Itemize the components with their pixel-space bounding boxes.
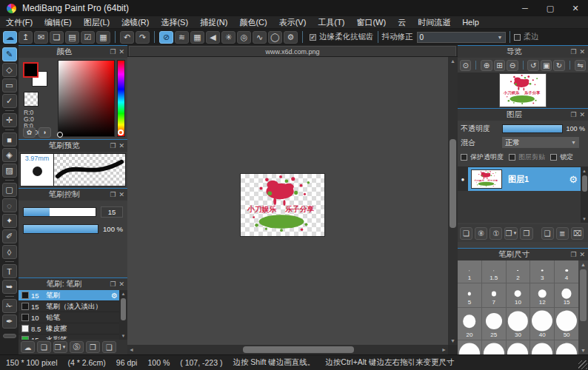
- brush-size-cell[interactable]: 4: [555, 260, 578, 283]
- soft-edge-checkbox[interactable]: [514, 34, 521, 41]
- duplicate-brush-icon[interactable]: ❑: [102, 341, 116, 353]
- canvas-vertical-scrollbar[interactable]: ▲ ▼: [448, 57, 458, 345]
- close-icon[interactable]: ✕: [118, 280, 124, 288]
- close-icon[interactable]: ✕: [118, 48, 124, 56]
- blend-mode-dropdown[interactable]: 正常▼: [502, 137, 579, 148]
- scroll-left-icon[interactable]: ◄: [127, 346, 136, 354]
- layer-option-checkbox[interactable]: [461, 154, 467, 161]
- foreground-color-swatch[interactable]: [23, 62, 39, 78]
- snap-settings-icon[interactable]: ⚙: [284, 31, 298, 44]
- brush-list-item[interactable]: 15笔刷（淡入淡出）: [19, 301, 119, 312]
- duplicate-layer-icon[interactable]: ❑: [541, 227, 554, 240]
- operation-tool[interactable]: ➥: [2, 280, 17, 294]
- navigator-thumbnail[interactable]: 小刀娱乐 乐子分享: [499, 73, 547, 107]
- brush-tool[interactable]: ✎: [2, 47, 17, 61]
- magic-wand-tool[interactable]: ✦: [2, 214, 17, 228]
- brush-size-cell[interactable]: 40: [530, 308, 554, 340]
- snap-concentric-icon[interactable]: ◎: [237, 31, 251, 44]
- add-layer-menu-icon[interactable]: ❐▼: [504, 227, 518, 240]
- brush-size-cell[interactable]: 15: [555, 283, 578, 307]
- scroll-down-icon[interactable]: ▼: [581, 215, 588, 223]
- layer-row[interactable]: ● 小刀娱乐 乐子分享 图层1 ⚙: [458, 167, 588, 191]
- brush-size-cell[interactable]: 1: [458, 260, 481, 283]
- gradient-tool[interactable]: ▨: [2, 164, 17, 178]
- zoom-out-icon[interactable]: ⊖: [507, 60, 518, 71]
- brush-list-item[interactable]: 15水彩笔: [19, 334, 119, 340]
- eraser-tool[interactable]: ◇: [2, 63, 17, 77]
- layer-visibility-toggle[interactable]: ●: [458, 167, 468, 191]
- brush-size-cell[interactable]: 5: [458, 283, 481, 307]
- select-rect-tool[interactable]: ▢: [2, 183, 17, 197]
- close-icon[interactable]: ✕: [579, 111, 585, 118]
- scroll-down-icon[interactable]: ▼: [120, 332, 127, 340]
- new-layer-icon[interactable]: ❏: [460, 227, 472, 240]
- brush-list-item[interactable]: 8.5橡皮擦: [19, 323, 119, 334]
- layer-folder-icon[interactable]: ❒: [520, 227, 532, 240]
- toolstrip-slider[interactable]: [3, 334, 16, 338]
- menu-item-8[interactable]: 工具(T): [312, 17, 350, 28]
- saturation-value-picker[interactable]: [58, 60, 115, 137]
- menu-item-10[interactable]: 云: [392, 17, 412, 28]
- reset-rotation-icon[interactable]: ▣: [541, 60, 552, 71]
- select-pen-tool[interactable]: ✐: [2, 229, 17, 243]
- snap-off-icon[interactable]: ⊘: [159, 31, 173, 44]
- move-tool[interactable]: ✛: [2, 113, 17, 127]
- scroll-up-icon[interactable]: ▲: [120, 290, 127, 297]
- snap-radial-icon[interactable]: ✳: [221, 31, 235, 44]
- brush-size-cell[interactable]: 100: [555, 340, 578, 354]
- select-lasso-tool[interactable]: ◌: [2, 198, 17, 212]
- brush-size-cell[interactable]: 2: [507, 260, 530, 283]
- scroll-down-icon[interactable]: ▼: [579, 346, 587, 354]
- brush-size-value[interactable]: 15: [101, 206, 123, 218]
- color-history-icon[interactable]: ◗: [39, 127, 51, 138]
- document-tab[interactable]: www.x6d.com.png: [129, 46, 456, 56]
- add-brush-menu-icon[interactable]: ❐▼: [53, 341, 67, 353]
- popout-icon[interactable]: ❐: [110, 48, 116, 56]
- menu-item-3[interactable]: 滤镜(R): [116, 17, 155, 28]
- popout-icon[interactable]: ❐: [110, 191, 116, 198]
- checklist-icon[interactable]: ☑: [81, 31, 95, 44]
- close-icon[interactable]: ✕: [579, 251, 585, 258]
- cloud-sync-icon[interactable]: ☁: [3, 31, 17, 44]
- canvas-viewport[interactable]: 小刀娱乐 乐子分享: [127, 57, 448, 345]
- shape-brush-tool[interactable]: ▭: [2, 78, 17, 92]
- menu-item-11[interactable]: 时间流逝: [412, 17, 456, 28]
- minimize-button[interactable]: ─: [512, 0, 538, 16]
- fit-window-icon[interactable]: ⊞: [494, 60, 505, 71]
- scroll-right-icon[interactable]: ►: [440, 346, 448, 354]
- scroll-up-icon[interactable]: ▲: [581, 167, 588, 175]
- zoom-in-icon[interactable]: ⊕: [481, 60, 492, 71]
- brush-size-cell[interactable]: 1.5: [482, 260, 506, 283]
- brush-size-cell[interactable]: 70: [482, 340, 506, 354]
- eyedropper-tool[interactable]: ✒: [2, 314, 17, 329]
- scroll-up-icon[interactable]: ▲: [449, 57, 457, 65]
- menu-item-1[interactable]: 编辑(E): [39, 17, 78, 28]
- close-icon[interactable]: ✕: [118, 191, 124, 198]
- new-1bit-layer-icon[interactable]: ①: [490, 227, 502, 240]
- palette-icon[interactable]: ✿: [23, 127, 36, 138]
- menu-item-5[interactable]: 捕捉(N): [194, 17, 233, 28]
- merge-layer-icon[interactable]: ≣: [556, 227, 569, 240]
- snap-grid-icon[interactable]: ▦: [190, 31, 204, 44]
- resize-grip[interactable]: [578, 360, 587, 369]
- flip-horizontal-icon[interactable]: ⇋: [575, 60, 586, 71]
- brush-size-slider[interactable]: [23, 207, 96, 217]
- snap-ellipse-icon[interactable]: ◯: [268, 31, 282, 44]
- h-scroll-thumb[interactable]: [243, 346, 354, 353]
- new-8bit-layer-icon[interactable]: ⑧: [475, 227, 487, 240]
- canvas-horizontal-scrollbar[interactable]: ◄ ►: [127, 345, 448, 354]
- brush-size-cell[interactable]: 20: [458, 308, 481, 340]
- layer-list-scrollbar[interactable]: ▲ ▼: [581, 167, 588, 223]
- close-icon[interactable]: ✕: [579, 48, 585, 56]
- brush-list-scrollbar[interactable]: ▲ ▼: [119, 290, 127, 340]
- snap-parallel-icon[interactable]: ≋: [175, 31, 189, 44]
- brush-size-scrollbar[interactable]: ▲ ▼: [578, 260, 588, 354]
- scroll-down-icon[interactable]: ▼: [449, 337, 457, 345]
- redo-icon[interactable]: ↷: [136, 31, 150, 44]
- snap-curve-icon[interactable]: ∿: [253, 31, 267, 44]
- transparent-color-swatch[interactable]: [24, 92, 39, 107]
- v-scroll-thumb[interactable]: [450, 139, 456, 228]
- brush-size-cell[interactable]: 12: [530, 283, 554, 307]
- brush-list-item[interactable]: 10铅笔: [19, 312, 119, 323]
- menu-item-2[interactable]: 图层(L): [78, 17, 116, 28]
